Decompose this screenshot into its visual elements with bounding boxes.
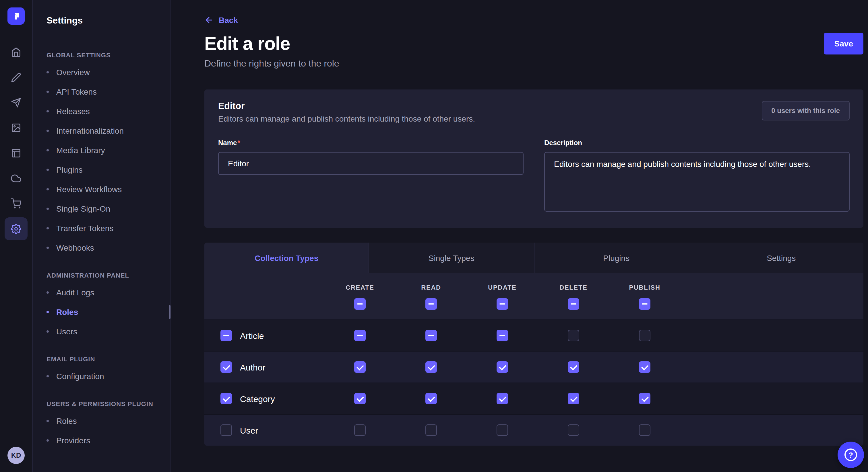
user-avatar[interactable]: KD: [7, 447, 25, 464]
permission-row-category: Category: [205, 382, 863, 414]
subnav-item-label: Roles: [56, 416, 77, 426]
subnav-item-plugins[interactable]: Plugins: [46, 160, 157, 179]
subnav-item-label: Media Library: [56, 146, 105, 155]
marketplace-nav-button[interactable]: [5, 192, 28, 215]
article-update-checkbox[interactable]: [497, 330, 508, 341]
category-read-checkbox[interactable]: [425, 393, 437, 404]
subnav-item-releases[interactable]: Releases: [46, 102, 157, 121]
select-all-update-checkbox[interactable]: [497, 298, 508, 310]
tab-settings[interactable]: Settings: [699, 243, 864, 273]
author-delete-checkbox[interactable]: [568, 361, 579, 373]
strapi-logo-icon: [11, 11, 21, 21]
bullet-icon: [46, 91, 49, 93]
subnav-item-label: Review Workflows: [56, 185, 122, 194]
subnav-item-label: Overview: [56, 68, 90, 77]
subnav-item-up-roles[interactable]: Roles: [46, 411, 157, 431]
subnav-item-audit-logs[interactable]: Audit Logs: [46, 283, 157, 302]
section-heading-administration: ADMINISTRATION PANEL: [46, 272, 157, 279]
subnav-item-single-sign-on[interactable]: Single Sign-On: [46, 199, 157, 218]
article-create-checkbox[interactable]: [354, 330, 366, 341]
subnav-item-label: Audit Logs: [56, 288, 94, 297]
tab-plugins[interactable]: Plugins: [534, 243, 699, 273]
subnav-item-webhooks[interactable]: Webhooks: [46, 238, 157, 258]
subnav-item-users[interactable]: Users: [46, 322, 157, 341]
category-create-checkbox[interactable]: [354, 393, 366, 404]
subnav-item-label: Single Sign-On: [56, 204, 110, 213]
settings-nav-button[interactable]: [5, 217, 28, 240]
save-button[interactable]: Save: [824, 33, 863, 55]
category-delete-checkbox[interactable]: [568, 393, 579, 404]
author-publish-checkbox[interactable]: [639, 361, 650, 373]
app-window: KD Settings GLOBAL SETTINGS Overview API…: [0, 0, 868, 472]
subnav-item-overview[interactable]: Overview: [46, 63, 157, 82]
subnav-item-label: Configuration: [56, 372, 104, 381]
bullet-icon: [46, 311, 49, 313]
subnav-item-up-providers[interactable]: Providers: [46, 431, 157, 450]
article-publish-checkbox[interactable]: [639, 330, 650, 341]
article-read-checkbox[interactable]: [425, 330, 437, 341]
deploy-nav-button[interactable]: [5, 91, 28, 114]
name-field-group: Name*: [218, 137, 524, 214]
row-label-user: User: [240, 425, 258, 435]
subnav-item-label: Roles: [56, 307, 78, 316]
permissions-tabs: Collection Types Single Types Plugins Se…: [205, 243, 863, 273]
select-all-delete-checkbox[interactable]: [568, 298, 579, 310]
column-header-read: READ: [396, 284, 467, 291]
cloud-icon: [11, 173, 21, 183]
description-field-group: Description Editors can manage and publi…: [544, 137, 849, 214]
tab-single-types[interactable]: Single Types: [369, 243, 534, 273]
strapi-logo[interactable]: [7, 7, 25, 25]
author-row-checkbox[interactable]: [220, 361, 232, 373]
column-header-publish: PUBLISH: [609, 284, 680, 291]
article-delete-checkbox[interactable]: [568, 330, 579, 341]
back-label: Back: [219, 15, 238, 25]
bullet-icon: [46, 247, 49, 249]
subnav-item-label: Releases: [56, 107, 90, 116]
tab-collection-types[interactable]: Collection Types: [205, 243, 369, 273]
subnav-item-roles[interactable]: Roles: [46, 302, 157, 322]
content-type-builder-nav-button[interactable]: [5, 66, 28, 89]
cloud-nav-button[interactable]: [5, 167, 28, 190]
permission-row-author: Author: [205, 351, 863, 382]
subnav-item-internationalization[interactable]: Internationalization: [46, 121, 157, 140]
content-manager-nav-button[interactable]: [5, 142, 28, 165]
subnav-item-label: Users: [56, 327, 77, 336]
subnav-item-review-workflows[interactable]: Review Workflows: [46, 179, 157, 199]
user-publish-checkbox[interactable]: [639, 425, 650, 436]
select-all-read-checkbox[interactable]: [425, 298, 437, 310]
back-link[interactable]: Back: [205, 15, 238, 25]
subnav-item-transfer-tokens[interactable]: Transfer Tokens: [46, 218, 157, 238]
category-row-checkbox[interactable]: [220, 393, 232, 404]
home-nav-button[interactable]: [5, 41, 28, 64]
subnav-item-label: Transfer Tokens: [56, 224, 113, 233]
bullet-icon: [46, 149, 49, 151]
subnav-item-configuration[interactable]: Configuration: [46, 367, 157, 386]
author-update-checkbox[interactable]: [497, 361, 508, 373]
active-indicator: [169, 305, 170, 319]
users-with-role-badge[interactable]: 0 users with this role: [762, 101, 849, 121]
media-library-nav-button[interactable]: [5, 116, 28, 139]
subnav-item-api-tokens[interactable]: API Tokens: [46, 82, 157, 102]
category-publish-checkbox[interactable]: [639, 393, 650, 404]
role-name-heading: Editor: [218, 101, 475, 111]
user-read-checkbox[interactable]: [425, 425, 437, 436]
user-row-checkbox[interactable]: [220, 425, 232, 436]
select-all-publish-checkbox[interactable]: [639, 298, 650, 310]
help-button[interactable]: ?: [838, 442, 864, 468]
description-textarea[interactable]: Editors can manage and publish contents …: [544, 152, 849, 212]
category-update-checkbox[interactable]: [497, 393, 508, 404]
user-update-checkbox[interactable]: [497, 425, 508, 436]
permission-row-user: User: [205, 414, 863, 446]
author-read-checkbox[interactable]: [425, 361, 437, 373]
user-delete-checkbox[interactable]: [568, 425, 579, 436]
main-nav: KD: [0, 0, 33, 472]
bullet-icon: [46, 330, 49, 333]
select-all-create-checkbox[interactable]: [354, 298, 366, 310]
article-row-checkbox[interactable]: [220, 330, 232, 341]
user-create-checkbox[interactable]: [354, 425, 366, 436]
subnav-item-media-library[interactable]: Media Library: [46, 140, 157, 160]
section-heading-email: EMAIL PLUGIN: [46, 356, 157, 363]
name-input[interactable]: [218, 152, 524, 175]
subnav-item-label: Providers: [56, 436, 90, 445]
author-create-checkbox[interactable]: [354, 361, 366, 373]
